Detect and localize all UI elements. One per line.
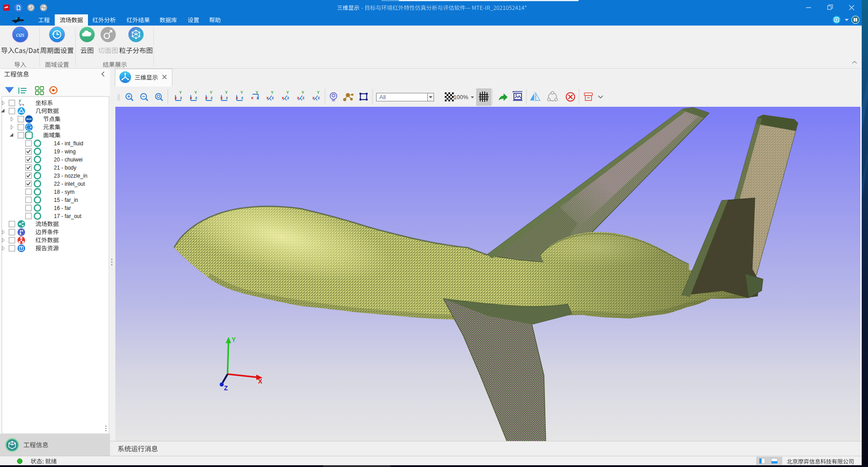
- svg-text:16 - far: 16 - far: [54, 205, 71, 211]
- svg-text:z: z: [195, 96, 197, 100]
- svg-text:Y: Y: [210, 90, 212, 95]
- svg-text:x: x: [297, 96, 299, 100]
- svg-text:z: z: [257, 96, 259, 100]
- svg-text:Y: Y: [179, 90, 182, 95]
- svg-text:19 - wing: 19 - wing: [54, 148, 76, 155]
- svg-text:z: z: [180, 96, 182, 100]
- svg-text:Y: Y: [317, 90, 320, 95]
- svg-text:z: z: [241, 96, 243, 100]
- svg-text:x: x: [22, 103, 24, 107]
- svg-text:Y: Y: [19, 99, 22, 103]
- svg-text:14 - int_fluid: 14 - int_fluid: [54, 140, 83, 147]
- svg-text:Y: Y: [271, 90, 274, 95]
- svg-text:x: x: [220, 96, 223, 100]
- svg-text:Y: Y: [240, 90, 243, 95]
- svg-text:x: x: [175, 96, 177, 100]
- svg-text:100%: 100%: [453, 94, 469, 100]
- svg-text:x: x: [205, 96, 207, 100]
- svg-text:z: z: [20, 103, 22, 107]
- svg-text:15 - far_in: 15 - far_in: [54, 197, 78, 203]
- svg-text:18 - sym: 18 - sym: [54, 189, 75, 195]
- svg-text:z: z: [302, 96, 305, 100]
- svg-text:All: All: [379, 94, 386, 100]
- svg-text:x: x: [236, 96, 238, 100]
- svg-text:z: z: [226, 96, 228, 100]
- svg-text:cas: cas: [16, 31, 25, 38]
- svg-text:Y: Y: [232, 336, 236, 343]
- svg-text:x: x: [312, 96, 315, 100]
- svg-text:z: z: [318, 96, 320, 100]
- svg-text:X: X: [258, 378, 263, 385]
- svg-text:17 - far_out: 17 - far_out: [54, 213, 82, 219]
- svg-text:Y: Y: [256, 90, 259, 95]
- svg-text:Y: Y: [286, 90, 289, 95]
- svg-text:x: x: [251, 96, 254, 100]
- svg-text:Y: Y: [194, 90, 197, 95]
- svg-text:Y: Y: [225, 90, 228, 95]
- svg-text:21 - body: 21 - body: [54, 165, 76, 171]
- svg-text:z: z: [210, 96, 213, 100]
- svg-text:20 - chuiwei: 20 - chuiwei: [54, 157, 83, 163]
- svg-text:22 - inlet_out: 22 - inlet_out: [54, 181, 85, 187]
- svg-text:Z: Z: [224, 384, 228, 392]
- svg-text:x: x: [190, 96, 192, 100]
- svg-text:z: z: [272, 96, 274, 100]
- svg-text:z: z: [287, 96, 289, 100]
- svg-text:x: x: [282, 96, 284, 100]
- svg-text:x: x: [267, 96, 269, 100]
- svg-text:Y: Y: [302, 90, 304, 95]
- svg-text:23 - nozzle_in: 23 - nozzle_in: [54, 173, 88, 179]
